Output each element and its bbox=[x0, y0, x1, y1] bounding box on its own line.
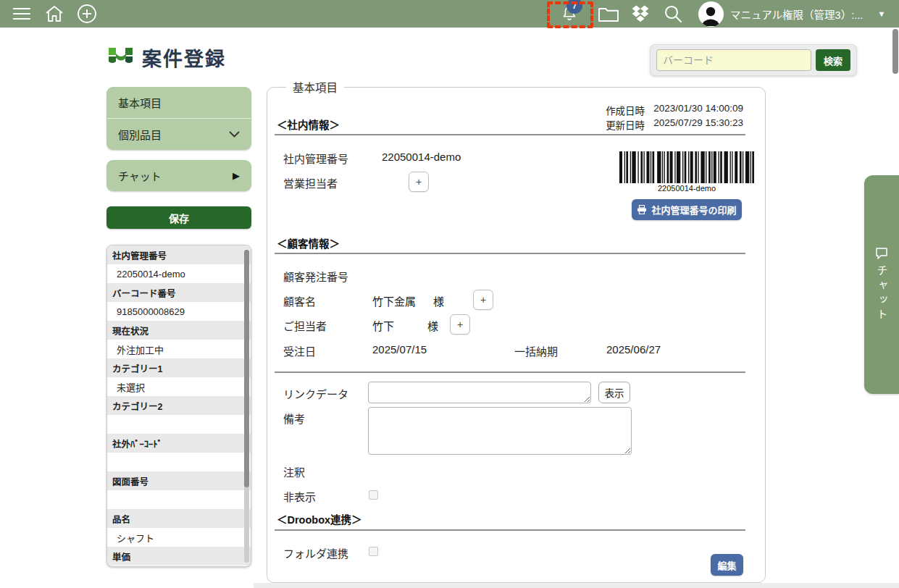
divider bbox=[275, 253, 745, 254]
summary-value bbox=[107, 453, 251, 471]
barcode-search-box: 検索 bbox=[650, 44, 857, 76]
summary-header: 社外ﾊﾞｰｺｰﾄﾞ bbox=[107, 434, 251, 453]
app-logo bbox=[106, 41, 135, 70]
save-button[interactable]: 保存 bbox=[106, 206, 251, 229]
sidebar-item-label: 基本項目 bbox=[118, 95, 162, 110]
sidebar-item-individual[interactable]: 個別品目 bbox=[106, 119, 251, 150]
summary-value bbox=[107, 490, 251, 509]
summary-value bbox=[107, 415, 251, 434]
avatar bbox=[698, 1, 724, 27]
hidden-checkbox[interactable] bbox=[369, 490, 378, 500]
summary-header: カテゴリー1 bbox=[107, 358, 251, 377]
barcode-image bbox=[619, 151, 754, 183]
basic-items-card: 基本項目 作成日時2023/01/30 14:00:09 更新日時2025/07… bbox=[267, 87, 766, 583]
add-sales-rep-button[interactable]: + bbox=[409, 172, 429, 192]
folder-icon[interactable] bbox=[595, 0, 622, 28]
folder-link-checkbox[interactable] bbox=[369, 547, 378, 556]
barcode-search-input[interactable] bbox=[656, 49, 811, 71]
chat-side-tab[interactable]: チャット bbox=[864, 175, 899, 394]
summary-header: 図面番号 bbox=[107, 471, 251, 490]
sales-rep-label: 営業担当者 bbox=[283, 175, 338, 190]
honorific-label: 様 bbox=[427, 318, 438, 333]
summary-header: 品名 bbox=[107, 509, 251, 528]
add-plus-icon[interactable] bbox=[75, 0, 99, 28]
chat-tab-label: チャット bbox=[874, 265, 890, 323]
contact-person-label: ご担当者 bbox=[283, 318, 327, 333]
chat-bubble-icon bbox=[875, 246, 888, 259]
summary-value: 22050014-demo bbox=[107, 264, 251, 283]
hidden-label: 非表示 bbox=[283, 489, 316, 504]
add-contact-button[interactable]: + bbox=[450, 314, 470, 335]
updated-datetime: 更新日時2025/07/29 15:30:23 bbox=[606, 117, 743, 132]
divider bbox=[275, 529, 745, 531]
barcode-search-button[interactable]: 検索 bbox=[816, 49, 850, 71]
customer-name-label: 顧客名 bbox=[283, 293, 316, 308]
top-bar: 7 マニュアル権限（管理3）:... ▼ bbox=[0, 0, 899, 28]
section-droobox: ＜Droobox連携＞ bbox=[277, 511, 362, 526]
chevron-down-icon bbox=[229, 131, 240, 138]
remarks-label: 備考 bbox=[283, 411, 305, 426]
summary-header: 現在状況 bbox=[107, 321, 251, 340]
home-icon[interactable] bbox=[43, 0, 65, 28]
internal-number-label: 社内管理番号 bbox=[283, 151, 348, 166]
card-legend: 基本項目 bbox=[286, 79, 344, 95]
sidebar-item-label: 個別品目 bbox=[118, 127, 162, 142]
order-date-label: 受注日 bbox=[283, 343, 316, 358]
customer-order-number-label: 顧客発注番号 bbox=[283, 269, 348, 284]
chevron-down-icon[interactable]: ▼ bbox=[872, 0, 891, 28]
order-date-value: 2025/07/15 bbox=[372, 343, 427, 356]
sidebar-nav: 基本項目 個別品目 bbox=[106, 87, 251, 150]
sidebar-item-basic[interactable]: 基本項目 bbox=[106, 87, 251, 118]
screen: 7 マニュアル権限（管理3）:... ▼ bbox=[0, 0, 899, 588]
notification-count-badge: 7 bbox=[566, 0, 582, 14]
honorific-label: 様 bbox=[433, 293, 444, 308]
user-avatar[interactable] bbox=[697, 0, 724, 28]
created-datetime: 作成日時2023/01/30 14:00:09 bbox=[606, 103, 743, 117]
barcode-caption: 22050014-demo bbox=[619, 184, 754, 193]
link-data-label: リンクデータ bbox=[283, 386, 348, 401]
search-icon[interactable] bbox=[660, 0, 686, 28]
summary-value: 未選択 bbox=[107, 377, 251, 396]
batch-due-value: 2025/06/27 bbox=[606, 343, 661, 356]
user-menu-label: マニュアル権限（管理3）:... bbox=[730, 7, 863, 22]
case-summary-panel: 社内管理番号 22050014-demo バーコード番号 91850000086… bbox=[106, 245, 251, 567]
show-link-button[interactable]: 表示 bbox=[598, 382, 630, 403]
contact-person-value: 竹下 bbox=[372, 318, 394, 333]
add-customer-button[interactable]: + bbox=[473, 290, 493, 310]
sidebar-item-chat[interactable]: チャット ▶ bbox=[106, 160, 251, 191]
sidebar-item-label: チャット bbox=[118, 168, 162, 183]
triangle-right-icon: ▶ bbox=[233, 170, 240, 181]
internal-number-value: 22050014-demo bbox=[382, 151, 461, 163]
folder-link-label: フォルダ連携 bbox=[283, 545, 348, 560]
summary-value: シャフト bbox=[107, 528, 251, 547]
section-customer-info: ＜顧客情報＞ bbox=[277, 235, 340, 251]
page-scrollbar-thumb[interactable] bbox=[892, 29, 898, 74]
notifications-bell-icon[interactable]: 7 bbox=[556, 0, 582, 28]
dropbox-icon[interactable] bbox=[627, 0, 653, 28]
summary-value: 外注加工中 bbox=[107, 340, 251, 358]
batch-due-label: 一括納期 bbox=[514, 343, 558, 358]
print-internal-number-button[interactable]: 社内管理番号の印刷 bbox=[632, 199, 742, 220]
user-menu[interactable]: マニュアル権限（管理3）:... bbox=[730, 0, 863, 28]
summary-header: 単価 bbox=[107, 547, 251, 566]
customer-name-value: 竹下金属 bbox=[372, 293, 416, 308]
bottom-strip bbox=[254, 583, 899, 588]
summary-header: カテゴリー2 bbox=[107, 396, 251, 415]
edit-button[interactable]: 編集 bbox=[711, 554, 743, 576]
section-internal-info: ＜社内情報＞ bbox=[277, 117, 340, 132]
printer-icon bbox=[637, 205, 647, 214]
divider bbox=[275, 371, 745, 373]
summary-value: 9185000008629 bbox=[107, 302, 251, 321]
hamburger-menu-icon[interactable] bbox=[12, 0, 32, 28]
panel-scrollbar-thumb[interactable] bbox=[244, 250, 249, 487]
page-title: 案件登録 bbox=[142, 43, 226, 72]
annotation-label: 注釈 bbox=[283, 464, 305, 479]
remarks-textarea[interactable] bbox=[368, 407, 632, 455]
divider bbox=[275, 134, 745, 135]
summary-header: 社内管理番号 bbox=[107, 245, 251, 264]
summary-header: バーコード番号 bbox=[107, 283, 251, 302]
link-data-textarea[interactable] bbox=[368, 382, 591, 403]
